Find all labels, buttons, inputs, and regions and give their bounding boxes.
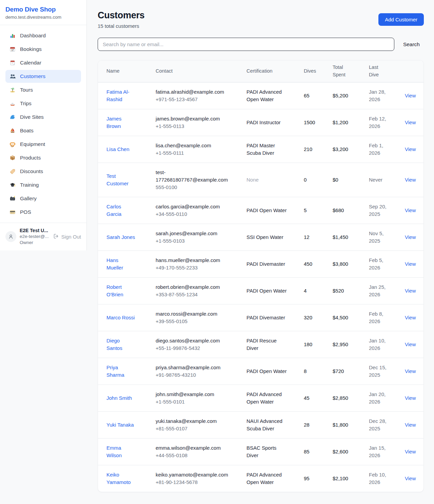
wave-icon (9, 114, 16, 120)
sidebar-item-dashboard[interactable]: Dashboard (5, 29, 81, 42)
customer-dives: 12 (304, 234, 310, 240)
user-icon (8, 234, 14, 240)
sidebar-item-dive-sites[interactable]: Dive Sites (5, 111, 81, 124)
customer-last-dive: Jan 20, 2026 (369, 391, 386, 405)
customer-name-link[interactable]: Marco Rossi (106, 314, 135, 321)
speedboat-icon (9, 100, 16, 107)
sidebar-item-label: Products (20, 155, 41, 161)
sidebar-item-calendar[interactable]: Calendar (5, 56, 81, 69)
customer-name-link[interactable]: John Smith (106, 394, 132, 402)
customer-name-link[interactable]: Emma Wilson (106, 444, 136, 459)
customer-name-link[interactable]: Robert O'Brien (106, 283, 136, 298)
calendar-date-icon: 17 (9, 46, 16, 52)
sidebar-item-label: Tours (20, 87, 33, 93)
view-link[interactable]: View (405, 261, 416, 267)
sidebar-item-label: POS (20, 209, 31, 215)
customer-total-spent: $0 (333, 177, 338, 183)
customer-phone: +34-555-0110 (156, 210, 226, 218)
sidebar-item-equipment[interactable]: Equipment (5, 138, 81, 151)
customers-table: Name Contact Certification Dives Total S… (98, 60, 423, 492)
view-link[interactable]: View (405, 449, 416, 454)
customer-last-dive: Jan 28, 2026 (369, 89, 386, 102)
customer-phone: +353-87-555-1234 (156, 291, 226, 298)
sidebar-item-customers[interactable]: Customers (5, 70, 81, 83)
customer-last-dive: Feb 10, 2026 (369, 472, 386, 485)
customer-name-link[interactable]: Lisa Chen (106, 146, 130, 153)
graduation-cap-icon (9, 182, 16, 188)
customer-phone: +91-98765-43210 (156, 371, 226, 379)
customer-dives: 320 (304, 315, 312, 320)
customer-count: 15 total customers (98, 23, 144, 29)
customer-email: john.smith@example.com (156, 391, 226, 398)
search-input[interactable] (98, 38, 394, 51)
customer-phone: +81-90-1234-5678 (156, 479, 226, 486)
sidebar-item-boats[interactable]: Boats (5, 124, 81, 137)
column-header-certification: Certification (246, 60, 304, 82)
people-icon (9, 73, 16, 79)
customer-name-link[interactable]: Fatima Al-Rashid (106, 88, 136, 103)
customer-name-link[interactable]: Sarah Jones (106, 234, 135, 241)
table-row: Carlos Garcia carlos.garcia@example.com … (98, 197, 423, 224)
sidebar-item-gallery[interactable]: Gallery (5, 192, 81, 205)
sidebar-item-pos[interactable]: POS (5, 206, 81, 219)
customer-name-link[interactable]: Carlos Garcia (106, 203, 136, 218)
customer-dives: 450 (304, 261, 312, 267)
customer-last-dive: Feb 12, 2026 (369, 116, 386, 129)
view-link[interactable]: View (405, 422, 416, 428)
customer-certification: BSAC Sports Diver (246, 445, 276, 458)
sidebar-item-label: Equipment (20, 141, 45, 147)
customer-name-link[interactable]: Priya Sharma (106, 364, 136, 379)
view-link[interactable]: View (405, 207, 416, 213)
customer-email: yuki.tanaka@example.com (156, 417, 226, 425)
user-role: Owner (20, 240, 49, 246)
view-link[interactable]: View (405, 395, 416, 401)
customer-name-link[interactable]: Hans Mueller (106, 257, 136, 272)
sidebar-item-tours[interactable]: Tours (5, 83, 81, 96)
bar-chart-icon (9, 33, 16, 39)
sidebar-item-label: Discounts (20, 168, 43, 174)
customer-name-link[interactable]: Test Customer (106, 172, 136, 187)
table-row: Test Customer test-1772681807767@example… (98, 163, 423, 197)
add-customer-button[interactable]: Add Customer (378, 13, 424, 26)
customer-certification: PADI Divemaster (246, 261, 285, 267)
customer-last-dive: Dec 28, 2025 (369, 418, 387, 431)
sidebar-item-products[interactable]: Products (5, 151, 81, 164)
customer-total-spent: $3,800 (333, 261, 348, 267)
sign-out-button[interactable]: Sign Out (53, 233, 81, 240)
customer-name-link[interactable]: Yuki Tanaka (106, 421, 134, 429)
customer-certification: PADI Instructor (246, 119, 281, 125)
view-link[interactable]: View (405, 341, 416, 347)
view-link[interactable]: View (405, 93, 416, 98)
app-root: Demo Dive Shop demo.test.divestreams.com… (0, 0, 434, 504)
customer-dives: 4 (304, 288, 307, 294)
view-link[interactable]: View (405, 119, 416, 125)
customer-total-spent: $5,200 (333, 93, 348, 98)
customer-certification: PADI Open Water (246, 288, 287, 294)
customer-name-link[interactable]: James Brown (106, 115, 136, 130)
sidebar-item-training[interactable]: Training (5, 179, 81, 191)
search-button[interactable]: Search (399, 41, 424, 48)
sidebar-item-bookings[interactable]: 17 Bookings (5, 43, 81, 56)
table-row: Lisa Chen lisa.chen@example.com +1-555-0… (98, 136, 423, 163)
view-link[interactable]: View (405, 315, 416, 320)
view-link[interactable]: View (405, 177, 416, 183)
customer-name-link[interactable]: Keiko Yamamoto (106, 471, 136, 486)
customer-phone: +1-555-0113 (156, 123, 226, 130)
table-header-row: Name Contact Certification Dives Total S… (98, 60, 423, 82)
view-link[interactable]: View (405, 146, 416, 152)
table-row: Priya Sharma priya.sharma@example.com +9… (98, 358, 423, 385)
brand: Demo Dive Shop demo.test.divestreams.com (0, 0, 86, 25)
view-link[interactable]: View (405, 234, 416, 240)
customer-certification: PADI Advanced Open Water (246, 472, 282, 485)
customer-email: keiko.yamamoto@example.com (156, 471, 226, 479)
customer-name-link[interactable]: Diego Santos (106, 337, 136, 352)
sidebar: Demo Dive Shop demo.test.divestreams.com… (0, 0, 87, 250)
sidebar-item-discounts[interactable]: Discounts (5, 165, 81, 178)
view-link[interactable]: View (405, 368, 416, 374)
view-link[interactable]: View (405, 288, 416, 294)
sidebar-item-trips[interactable]: Trips (5, 97, 81, 110)
view-link[interactable]: View (405, 475, 416, 481)
sidebar-item-label: Dive Sites (20, 114, 44, 120)
sign-out-icon (53, 233, 59, 240)
customer-certification: PADI Open Water (246, 368, 287, 374)
